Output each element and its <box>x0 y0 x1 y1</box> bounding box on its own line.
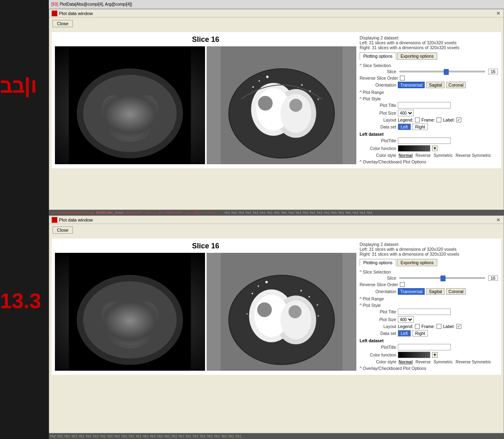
svg-point-50 <box>308 296 310 298</box>
layout-label-1: Layout <box>360 117 396 122</box>
frame-label-1: Frame: <box>421 117 435 122</box>
orient-sagital-2[interactable]: Sagital <box>426 288 444 295</box>
window-content-2: Slice 16 <box>52 239 501 375</box>
plot-title-2: Slice 16 <box>55 242 356 250</box>
orient-transversal-2[interactable]: Transversal <box>398 288 425 295</box>
plot-size-select-2[interactable]: 400 600 800 <box>398 316 414 323</box>
slice-thumb-2[interactable] <box>441 276 445 281</box>
images-row-1 <box>55 46 356 164</box>
ds-left-1[interactable]: Left <box>398 124 411 130</box>
orientation-row-1: Orientation Transversal Sagital Coronal <box>360 82 498 88</box>
cs-revsym-1[interactable]: Reverse Symmetric <box>455 153 492 158</box>
frame-checkbox-1[interactable] <box>436 117 441 122</box>
tab-plotting-2[interactable]: Plotting options <box>360 259 396 266</box>
dataset-row-1: Data set Left Right <box>360 124 498 130</box>
ld-title-input-2[interactable] <box>398 344 451 350</box>
images-row-2 <box>55 253 356 371</box>
cs-revsym-2[interactable]: Reverse Symmetric <box>455 360 492 364</box>
svg-point-27 <box>77 275 183 365</box>
svg-point-44 <box>257 302 272 317</box>
ds-right-1[interactable]: Right <box>412 124 428 130</box>
legend-checkbox-2[interactable] <box>415 324 420 329</box>
plot-size-row-2: Plot Size 400 600 800 <box>360 316 498 323</box>
label-checkbox-1[interactable] <box>456 117 461 122</box>
cs-reverse-1[interactable]: Reverse <box>415 153 431 158</box>
orient-label-2: Orientation <box>360 289 396 294</box>
mri-image-left-2 <box>55 253 205 371</box>
window-close-btn-2[interactable]: ✕ <box>495 217 501 223</box>
color-fn-dropdown-2[interactable]: ▼ <box>432 352 438 358</box>
svg-point-21 <box>258 80 260 82</box>
slice-slider-1[interactable] <box>399 71 485 72</box>
svg-point-19 <box>289 99 302 112</box>
orient-coronal-2[interactable]: Coronal <box>446 288 466 295</box>
orient-transversal-1[interactable]: Transversal <box>398 82 425 88</box>
mri-svg-left-2 <box>55 253 205 371</box>
svg-point-36 <box>113 323 146 346</box>
close-button-2[interactable]: Close <box>52 226 73 234</box>
reverse-checkbox-2[interactable] <box>400 282 405 287</box>
close-btn-row-2: Close <box>49 224 504 236</box>
lbl-label-1: Label: <box>443 117 455 122</box>
ps-label-2: Plot Size <box>360 317 396 322</box>
plot-range-header-1: ^ Plot Range <box>360 90 498 95</box>
ds-right-2[interactable]: Right <box>412 330 428 337</box>
color-fn-row-1: Color function ▼ <box>360 145 498 152</box>
svg-point-34 <box>142 309 150 319</box>
svg-point-4 <box>134 95 158 124</box>
orient-coronal-1[interactable]: Coronal <box>446 82 466 88</box>
svg-point-30 <box>134 302 158 330</box>
mri-svg-right-2 <box>207 253 357 371</box>
plot-title-input-1[interactable] <box>398 102 451 109</box>
ld-title-label-2: PlotTitle <box>360 345 396 350</box>
color-fn-select-1[interactable] <box>398 145 430 152</box>
slice-row-2: Slice 16 <box>360 275 498 281</box>
reverse-checkbox-1[interactable] <box>400 76 405 80</box>
legend-checkbox-1[interactable] <box>415 117 420 122</box>
top-command-bar: [93] PlotData[Abs@compi[4], Arg@compi[4]… <box>49 0 504 9</box>
slice-slider-2[interactable] <box>399 277 485 279</box>
plot-size-select-1[interactable]: 400 600 800 <box>398 110 414 116</box>
mri-image-left-1 <box>55 46 205 164</box>
cs-symmetric-1[interactable]: Symmetric <box>433 153 454 158</box>
color-fn-select-2[interactable] <box>398 352 430 358</box>
cs-normal-2[interactable]: Normal <box>398 360 413 364</box>
window-close-btn-1[interactable]: ✕ <box>495 11 501 16</box>
close-button-1[interactable]: Close <box>52 20 73 27</box>
slice-thumb-1[interactable] <box>444 69 449 75</box>
svg-point-3 <box>101 95 126 124</box>
plot-title-input-2[interactable] <box>398 309 451 315</box>
tab-bar-2: Plotting options Exporting options <box>360 259 498 266</box>
ld-title-input-1[interactable] <box>398 137 451 144</box>
orient-sagital-1[interactable]: Sagital <box>426 82 444 88</box>
bottom-bar: Ye1 Ye1 Ye1 Ye1 Ye1 Ye1 Ye1 Ye1 Ye1 Ye1 … <box>49 433 504 439</box>
svg-point-10 <box>113 116 146 139</box>
dataset-info-1: Displaying 2 dataset: Left: 31 slices wi… <box>360 35 498 50</box>
cs-reverse-2[interactable]: Reverse <box>415 360 431 364</box>
cs-normal-1[interactable]: Normal <box>398 153 413 158</box>
plot-title-row-2: Plot Title <box>360 309 498 315</box>
cs-label-2: Color style <box>360 359 396 364</box>
cs-symmetric-2[interactable]: Symmetric <box>433 360 454 364</box>
ld-title-row-1: PlotTitle <box>360 137 498 144</box>
cmd-title: PlotData[Abs@compi[4], Arg@compi[4]] <box>60 2 132 7</box>
slice-value-1: 16 <box>488 69 498 74</box>
label-checkbox-2[interactable] <box>456 324 461 329</box>
left-dataset-label-1: Left dataset <box>360 132 498 137</box>
tab-bar-1: Plotting options Exporting options <box>360 52 498 60</box>
color-fn-row-2: Color function ▼ <box>360 352 498 358</box>
ds-left-2[interactable]: Left <box>398 330 411 337</box>
frame-checkbox-2[interactable] <box>436 324 441 329</box>
color-style-row-1: Color style Normal Reverse Symmetric Rev… <box>360 153 498 158</box>
svg-point-18 <box>258 96 273 111</box>
plot-title-row-1: Plot Title <box>360 102 498 109</box>
tab-exporting-1[interactable]: Exporting options <box>397 52 437 60</box>
svg-point-53 <box>317 315 319 317</box>
color-style-row-2: Color style Normal Reverse Symmetric Rev… <box>360 359 498 364</box>
right-panel-2: Displaying 2 dataset: Left: 31 slices wi… <box>360 242 498 372</box>
plot-window-2: Plot data window ✕ Close Slice 16 <box>49 215 504 433</box>
color-fn-dropdown-1[interactable]: ▼ <box>432 146 438 151</box>
mri-image-right-2 <box>207 253 357 371</box>
tab-exporting-2[interactable]: Exporting options <box>397 259 437 266</box>
tab-plotting-1[interactable]: Plotting options <box>360 52 396 60</box>
